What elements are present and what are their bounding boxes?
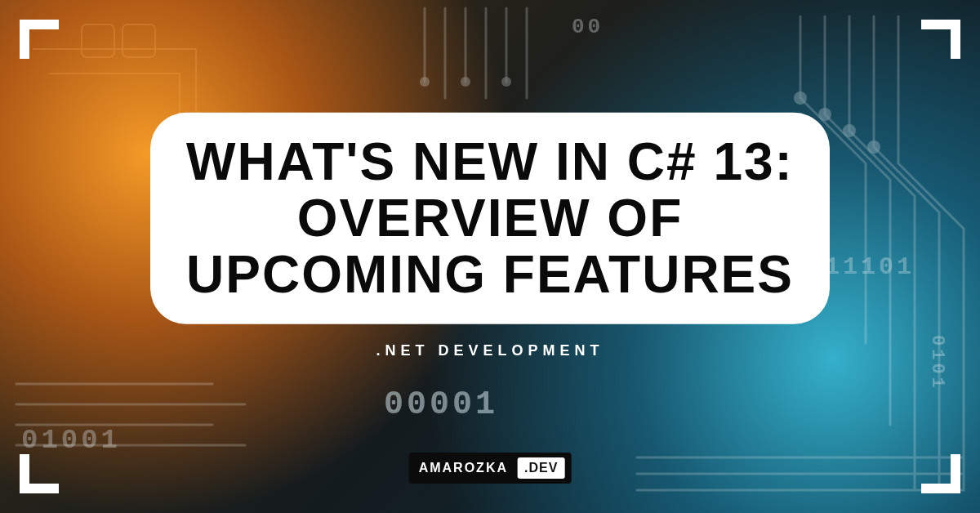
svg-point-0 [794, 91, 807, 105]
hero-card: 00 011101 00001 01001 0101 WHAT'S NEW IN… [0, 0, 980, 513]
brand-tld: .DEV [518, 457, 564, 479]
corner-bracket-bottom-left-icon [20, 436, 77, 493]
brand-name: AMAROZKA [416, 457, 511, 479]
svg-rect-7 [82, 25, 114, 57]
page-title: WHAT'S NEW IN C# 13: OVERVIEW OF UPCOMIN… [150, 113, 830, 324]
svg-rect-8 [122, 25, 155, 57]
decorative-binary: 00001 [384, 386, 498, 423]
svg-point-5 [461, 77, 470, 87]
title-block: WHAT'S NEW IN C# 13: OVERVIEW OF UPCOMIN… [0, 113, 980, 359]
svg-point-6 [501, 77, 511, 87]
corner-bracket-top-right-icon [903, 20, 960, 77]
decorative-binary: 00 [572, 15, 604, 39]
corner-bracket-bottom-right-icon [903, 436, 960, 493]
corner-bracket-top-left-icon [20, 20, 77, 77]
brand-badge: AMAROZKA .DEV [409, 453, 572, 484]
page-subtitle: .NET DEVELOPMENT [0, 342, 980, 359]
svg-point-4 [420, 77, 430, 87]
